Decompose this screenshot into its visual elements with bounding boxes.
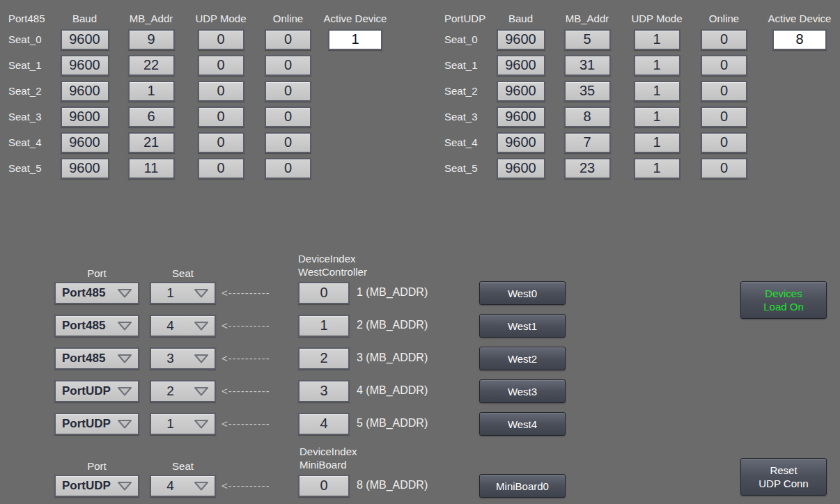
west0-button[interactable]: West0 [479, 281, 566, 305]
column-header-active-device: Active Device [756, 13, 840, 24]
online-field: 0 [265, 81, 311, 102]
online-field: 0 [265, 55, 311, 76]
west4-button[interactable]: West4 [479, 412, 566, 436]
active-device-input[interactable]: 8 [772, 29, 827, 50]
udp-mode-field: 0 [198, 29, 244, 50]
mapping-arrow: <---------- [221, 352, 270, 364]
mb-addr-field: 23 [564, 158, 611, 179]
chevron-down-icon [116, 320, 133, 331]
online-field: 0 [265, 132, 311, 153]
seat-select-value: 2 [151, 381, 189, 401]
seat-select[interactable]: 2 [150, 380, 216, 402]
seat-select-value: 4 [151, 316, 189, 336]
mapping-arrow: <---------- [221, 385, 270, 397]
online-field: 0 [701, 81, 747, 102]
port-select-value: PortUDP [62, 476, 111, 496]
device-index-subtitle: WestController [298, 265, 367, 278]
west3-button[interactable]: West3 [479, 379, 566, 403]
baud-field: 9600 [61, 55, 109, 76]
chevron-down-icon [116, 353, 133, 364]
column-header-udp-mode: UDP Mode [622, 13, 692, 24]
seat-row-label: Seat_0 [6, 29, 53, 50]
mb-addr-field: 5 [564, 29, 611, 50]
seat-row-label: Seat_2 [6, 81, 53, 102]
online-field: 0 [701, 55, 747, 76]
active-device-input[interactable]: 1 [328, 29, 382, 50]
seat-select[interactable]: 3 [150, 347, 216, 370]
west1-button-label: West1 [508, 320, 537, 333]
devices-load-on-button[interactable]: Devices Load On [740, 281, 827, 319]
seat-select[interactable]: 1 [150, 282, 216, 304]
chevron-down-icon [116, 418, 133, 430]
seat-row-label: Seat_3 [442, 107, 489, 127]
chevron-down-icon [193, 418, 210, 430]
online-field: 0 [701, 107, 747, 127]
port-select[interactable]: Port485 [54, 282, 139, 304]
port-select-value: Port485 [62, 283, 105, 303]
mb-addr-label: 2 (MB_ADDR) [357, 319, 428, 331]
device-index-field: 4 [298, 413, 350, 435]
chevron-down-icon [193, 353, 210, 364]
mb-addr-field: 1 [128, 81, 175, 102]
seat-select[interactable]: 4 [150, 315, 216, 337]
udp-mode-field: 1 [634, 55, 680, 76]
mb-addr-field: 7 [564, 132, 611, 153]
hmi-screen: Port485 Baud MB_Addr UDP Mode Online Act… [0, 0, 840, 504]
seat-select[interactable]: 4 [150, 475, 216, 497]
port-select[interactable]: PortUDP [54, 380, 139, 402]
mapping-row: Port485 3 <---------- 2 3 (MB_ADDR) West… [54, 347, 570, 370]
seat-row-label: Seat_0 [442, 29, 489, 50]
seat-select-value: 1 [151, 283, 189, 303]
seat-row-label: Seat_1 [442, 55, 489, 76]
baud-field: 9600 [61, 132, 109, 153]
west2-button[interactable]: West2 [479, 347, 566, 370]
mapping-row: Port485 4 <---------- 1 2 (MB_ADDR) West… [54, 314, 570, 338]
baud-field: 9600 [497, 132, 545, 153]
device-index-header: DeviceIndex WestController [298, 252, 367, 278]
west1-button[interactable]: West1 [479, 314, 566, 338]
online-field: 0 [265, 107, 311, 127]
port-select[interactable]: Port485 [54, 315, 139, 337]
column-header-baud: Baud [53, 13, 116, 24]
chevron-down-icon [116, 386, 133, 397]
reset-udp-line2: UDP Conn [759, 477, 808, 490]
seat-column-header: Seat [150, 267, 216, 279]
udp-mode-field: 1 [634, 132, 680, 153]
chevron-down-icon [193, 288, 210, 299]
device-index-field: 0 [298, 475, 350, 497]
mapping-arrow: <---------- [221, 480, 270, 491]
device-index-title: DeviceIndex [298, 252, 367, 265]
column-header-baud: Baud [489, 13, 552, 24]
baud-field: 9600 [497, 81, 545, 102]
online-field: 0 [701, 29, 747, 50]
mb-addr-label: 4 (MB_ADDR) [357, 384, 428, 397]
port485-table: Port485 Baud MB_Addr UDP Mode Online Act… [6, 7, 390, 184]
seat-select[interactable]: 1 [150, 413, 216, 435]
device-index-field: 3 [298, 380, 350, 402]
mapping-row: PortUDP 1 <---------- 4 5 (MB_ADDR) West… [54, 412, 570, 436]
port-select-value: Port485 [62, 316, 105, 336]
seat-column-header: Seat [150, 460, 216, 472]
mapping-arrow: <---------- [221, 320, 270, 331]
portudp-table: PortUDP Baud MB_Addr UDP Mode Online Act… [442, 7, 840, 184]
port485-title: Port485 [6, 13, 53, 24]
udp-mode-field: 0 [198, 132, 244, 153]
chevron-down-icon [193, 320, 210, 331]
miniboard0-button[interactable]: MiniBoard0 [479, 474, 566, 498]
port-select[interactable]: Port485 [54, 347, 139, 370]
column-header-mb-addr: MB_Addr [552, 13, 622, 24]
seat-row-label: Seat_4 [6, 132, 53, 153]
devices-load-on-line2: Load On [763, 300, 804, 313]
device-index-field: 2 [298, 347, 350, 370]
seat-row-label: Seat_5 [442, 158, 489, 179]
port-select[interactable]: PortUDP [54, 475, 139, 497]
udp-mode-field: 0 [198, 107, 244, 127]
mapping-arrow: <---------- [221, 418, 270, 430]
online-field: 0 [265, 29, 311, 50]
udp-mode-field: 1 [634, 81, 680, 102]
reset-udp-conn-button[interactable]: Reset UDP Conn [740, 458, 827, 496]
west0-button-label: West0 [508, 287, 537, 300]
udp-mode-field: 0 [198, 158, 244, 179]
port-select[interactable]: PortUDP [54, 413, 139, 435]
reset-udp-line1: Reset [770, 464, 797, 477]
